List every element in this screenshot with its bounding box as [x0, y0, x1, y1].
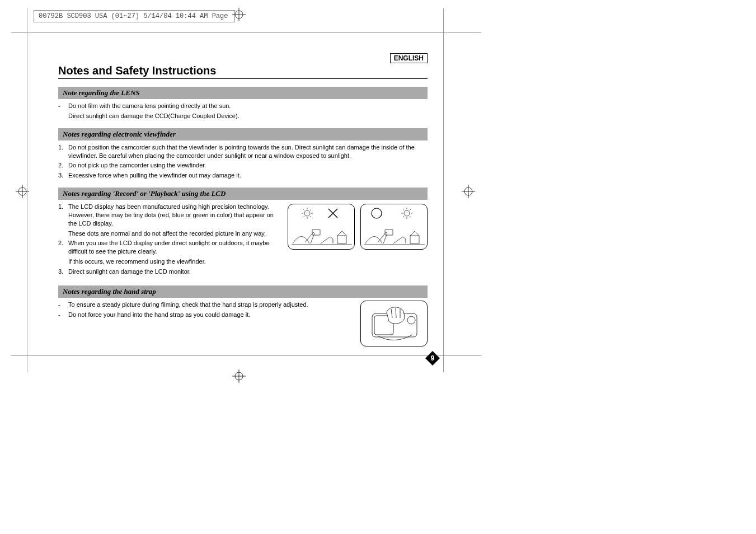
trim-line	[443, 8, 444, 372]
illustration-handstrap-icon	[360, 301, 428, 346]
page-number-badge: 9	[424, 350, 441, 367]
prepress-header: 00792B SCD903 USA (01~27) 5/14/04 10:44 …	[34, 10, 235, 22]
list-text: These dots are normal and do not affect …	[68, 230, 266, 237]
svg-line-20	[310, 209, 311, 210]
list-item: Direct sunlight can damage the CCD(Charg…	[68, 112, 428, 120]
list-viewfinder: 1.Do not position the camcorder such tha…	[58, 143, 428, 180]
trim-line	[27, 8, 27, 372]
page-content: ENGLISH Notes and Safety Instructions No…	[58, 53, 428, 346]
svg-line-33	[410, 216, 411, 217]
svg-point-26	[372, 208, 382, 218]
svg-line-17	[303, 209, 304, 210]
list-text: Do not pick up the camcorder using the v…	[68, 162, 206, 168]
list-item: 3.Direct sunlight can damage the LCD mon…	[68, 268, 276, 276]
list-item: If this occurs, we recommend using the v…	[68, 257, 276, 266]
svg-point-41	[407, 316, 415, 324]
list-item: 1.Do not position the camcorder such tha…	[68, 143, 428, 160]
registration-mark-icon	[232, 8, 246, 21]
list-item: 3.Excessive force when pulling the viewf…	[68, 171, 428, 180]
section-heading-lens: Note regarding the LENS	[58, 87, 428, 99]
lcd-illustrations	[288, 203, 428, 250]
list-item: -Do not film with the camera lens pointi…	[68, 102, 428, 110]
svg-rect-24	[337, 236, 346, 243]
list-text: When you use the LCD display under direc…	[68, 240, 270, 255]
registration-mark-icon	[232, 369, 246, 383]
list-item: -To ensure a steady picture during filmi…	[68, 301, 349, 309]
registration-mark-icon	[462, 185, 475, 198]
list-text: Excessive force when pulling the viewfin…	[68, 172, 241, 179]
list-lcd: 1.The LCD display has been manufactured …	[58, 203, 276, 276]
list-marker: -	[58, 311, 67, 319]
list-text: To ensure a steady picture during filmin…	[68, 301, 308, 308]
svg-line-34	[403, 216, 404, 217]
list-lens: -Do not film with the camera lens pointi…	[58, 102, 428, 120]
list-item: These dots are normal and do not affect …	[68, 229, 276, 238]
svg-line-32	[403, 209, 404, 210]
list-text: Do not film with the camera lens pointin…	[68, 102, 231, 109]
trim-line	[11, 32, 481, 33]
list-marker: 1.	[58, 203, 67, 211]
svg-point-12	[304, 210, 310, 216]
section-heading-handstrap: Notes regarding the hand strap	[58, 285, 428, 298]
list-marker: 2.	[58, 161, 67, 170]
list-marker: 2.	[58, 239, 67, 247]
list-marker: 3.	[58, 171, 67, 180]
list-item: 1.The LCD display has been manufactured …	[68, 203, 276, 228]
list-item: 2.When you use the LCD display under dir…	[68, 239, 276, 256]
svg-point-27	[404, 210, 410, 216]
page-title: Notes and Safety Instructions	[58, 64, 428, 79]
illustration-wrong-icon	[288, 204, 355, 250]
trim-line	[11, 355, 481, 356]
list-marker: 3.	[58, 268, 67, 276]
list-item: 2.Do not pick up the camcorder using the…	[68, 161, 428, 170]
illustration-correct-icon	[360, 204, 428, 250]
svg-line-18	[310, 216, 311, 217]
list-text: Direct sunlight can damage the CCD(Charg…	[68, 113, 240, 119]
list-marker: -	[58, 301, 67, 309]
section-heading-lcd: Notes regarding 'Record' or 'Playback' u…	[58, 188, 428, 200]
svg-rect-37	[410, 236, 419, 243]
language-badge: ENGLISH	[390, 53, 428, 63]
list-text: Do not position the camcorder such that …	[68, 144, 415, 159]
page-number: 9	[431, 354, 435, 362]
list-text: If this occurs, we recommend using the v…	[68, 258, 206, 265]
svg-line-19	[303, 216, 304, 217]
list-text: Do not force your hand into the hand str…	[68, 311, 250, 318]
list-marker: -	[58, 102, 67, 110]
list-item: -Do not force your hand into the hand st…	[68, 311, 349, 319]
section-heading-viewfinder: Notes regarding electronic viewfinder	[58, 128, 428, 140]
svg-line-35	[410, 209, 411, 210]
list-handstrap: -To ensure a steady picture during filmi…	[58, 301, 349, 321]
list-text: Direct sunlight can damage the LCD monit…	[68, 268, 191, 275]
list-text: The LCD display has been manufactured us…	[68, 203, 274, 227]
list-marker: 1.	[58, 143, 67, 152]
